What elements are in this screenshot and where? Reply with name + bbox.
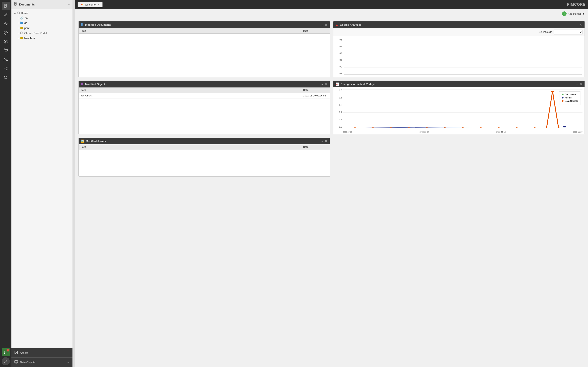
sidebar-title: Documents <box>19 3 66 6</box>
svg-point-21 <box>563 126 566 127</box>
sidebar-collapse-handle[interactable]: ‹ <box>73 0 75 367</box>
portlet-modified-assets: 🖼️ Modified Assets – ✕ Path Date <box>78 138 330 176</box>
tab-close-button[interactable]: ✕ <box>98 3 100 6</box>
sidebar-expand-arrow[interactable]: → <box>67 3 70 6</box>
tree-item-classic-cars[interactable]: + Classic Cars Portal <box>11 31 72 36</box>
ga-site-select[interactable] <box>554 30 582 34</box>
sidebar-item-documents[interactable] <box>2 2 10 10</box>
changes-last31-close[interactable]: ✕ <box>579 82 582 86</box>
classic-cars-expand-icon: + <box>17 32 19 35</box>
svg-line-9 <box>5 67 6 68</box>
modified-documents-minimize[interactable]: – <box>321 23 324 26</box>
icon-bar-bottom: 1 <box>2 348 10 365</box>
tab-welcome[interactable]: ■■ Welcome ✕ <box>78 2 103 7</box>
x-label-2: 2022-11-07 <box>420 131 429 133</box>
modified-documents-close[interactable]: ✕ <box>324 23 328 26</box>
sidebar-item-workflow[interactable] <box>2 64 10 73</box>
modified-objects-minimize[interactable]: – <box>321 83 324 86</box>
add-portlet-label: Add Portlet <box>568 12 581 15</box>
home-icon <box>17 11 20 15</box>
legend-data-objects-label: Data Objects <box>565 100 578 102</box>
changes-x-labels: 2022-10-30 2022-11-07 2022-11-15 2022-11… <box>343 131 582 133</box>
sidebar-item-analytics[interactable] <box>2 20 10 28</box>
portlet-modified-objects: Modified Objects – ✕ Path Date /testObje… <box>78 81 330 134</box>
legend-documents-dot <box>562 94 563 95</box>
tree-label-home: Home <box>21 12 28 15</box>
modified-documents-col-date: Date <box>301 28 330 33</box>
main-area: ■■ Welcome ✕ PIMCORE + Add Portlet ▼ Mod… <box>75 0 588 367</box>
en-icon: 🔗 <box>20 17 24 20</box>
pimcore-brand: PIMCORE <box>567 2 586 7</box>
sidebar-tree: ▶ Home + 🔗 en + de + print + <box>11 9 72 348</box>
sidebar-item-edit[interactable] <box>2 11 10 19</box>
google-analytics-close[interactable]: ✕ <box>579 23 582 26</box>
assets-arrow: → <box>67 351 70 354</box>
topbar: ■■ Welcome ✕ PIMCORE <box>75 0 588 9</box>
svg-point-22 <box>354 127 356 128</box>
svg-point-29 <box>480 127 482 128</box>
modified-assets-col-path: Path <box>79 144 301 150</box>
modified-objects-close[interactable]: ✕ <box>324 83 328 86</box>
legend-documents: Documents <box>562 93 578 96</box>
table-row: /testObject 2022-11-29 06:56:53 <box>79 93 330 99</box>
data-objects-arrow: → <box>67 361 70 364</box>
modified-assets-minimize[interactable]: – <box>321 140 324 143</box>
modified-assets-icon: 🖼️ <box>81 140 84 143</box>
sidebar-item-settings[interactable] <box>2 29 10 37</box>
modified-documents-actions: – ✕ <box>321 23 328 26</box>
portlet-grid: Modified Documents – ✕ Path Date ▲ <box>78 21 585 176</box>
ga-chart-area: 0.50.40.30.20.10.0 <box>333 36 585 77</box>
svg-point-27 <box>444 127 446 128</box>
svg-rect-0 <box>4 4 6 8</box>
svg-point-12 <box>5 360 6 361</box>
modified-objects-col-path: Path <box>79 87 301 93</box>
modified-assets-close[interactable]: ✕ <box>324 140 328 143</box>
tree-item-headless[interactable]: + headless <box>11 36 72 41</box>
sidebar-bottom-assets[interactable]: Assets → <box>11 348 72 358</box>
chat-button[interactable]: 1 <box>2 348 10 356</box>
sidebar-item-users[interactable] <box>2 55 10 64</box>
changes-last31-minimize[interactable]: – <box>576 82 579 86</box>
google-analytics-minimize[interactable]: – <box>576 23 579 26</box>
tree-item-home[interactable]: ▶ Home <box>11 11 72 16</box>
tree-item-print[interactable]: + print <box>11 25 72 31</box>
assets-icon <box>14 351 18 355</box>
legend-assets: Assets <box>562 96 578 99</box>
print-icon <box>20 26 23 30</box>
classic-cars-icon <box>20 31 23 35</box>
legend-data-objects-dot <box>562 100 563 102</box>
en-expand-icon: + <box>17 17 19 20</box>
tree-item-en[interactable]: + 🔗 en <box>11 16 72 20</box>
svg-rect-16 <box>15 360 18 363</box>
data-objects-label: Data Objects <box>20 361 65 364</box>
legend-assets-label: Assets <box>565 96 571 99</box>
tree-item-de[interactable]: + de <box>11 20 72 25</box>
ga-y-labels: 0.50.40.30.20.10.0 <box>336 38 343 75</box>
modified-objects-col-date: Date <box>301 87 330 93</box>
svg-point-33 <box>551 91 554 92</box>
tree-label-de: de <box>24 21 27 25</box>
user-avatar[interactable] <box>2 357 10 365</box>
google-analytics-actions: – ✕ <box>576 23 582 26</box>
object-row-path: /testObject <box>79 93 301 98</box>
svg-line-8 <box>5 69 6 69</box>
print-expand-icon: + <box>17 27 19 30</box>
modified-assets-col-date: Date <box>301 144 330 150</box>
add-portlet-icon: + <box>562 11 567 16</box>
svg-point-34 <box>557 127 560 128</box>
changes-chart-container: 1.00.80.60.40.20.0 <box>333 87 585 134</box>
sidebar-item-marketing[interactable] <box>2 38 10 46</box>
modified-objects-title: Modified Objects <box>85 83 320 86</box>
x-label-3: 2022-11-15 <box>496 131 506 133</box>
portlet-modified-documents-header: Modified Documents – ✕ <box>79 21 330 28</box>
modified-objects-actions: – ✕ <box>321 83 328 86</box>
tab-welcome-icon: ■■ <box>80 3 84 6</box>
x-label-4: 2022-11-23 <box>573 131 582 133</box>
sidebar-item-search[interactable] <box>2 73 10 82</box>
sidebar-item-ecommerce[interactable] <box>2 47 10 55</box>
de-expand-icon: + <box>17 22 19 25</box>
modified-objects-table-header: Path Date <box>79 87 330 93</box>
add-portlet-button[interactable]: + Add Portlet ▼ <box>562 11 585 16</box>
sidebar-bottom-data-objects[interactable]: Data Objects → <box>11 358 72 367</box>
tree-label-print: print <box>24 26 29 30</box>
